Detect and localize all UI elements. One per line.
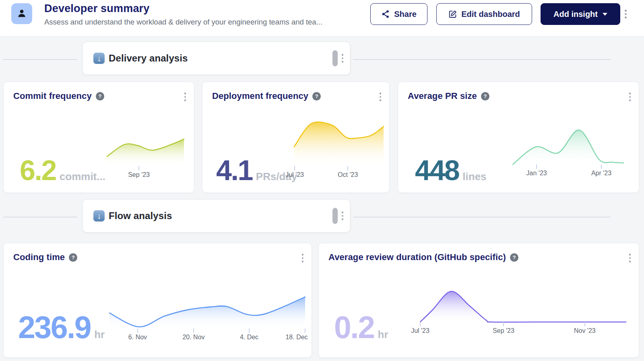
metric-value: 0.2 <box>334 312 374 343</box>
metric-card-average-pr-size: Average PR size ? 448 lines Jan '23Apr '… <box>398 82 639 193</box>
drag-handle[interactable] <box>332 208 338 224</box>
page-subtitle: Assess and understand the workload & del… <box>44 18 322 27</box>
section-divider-line <box>353 217 611 217</box>
axis-tick-label: Oct '23 <box>338 171 358 178</box>
axis-tick-label: 6. Nov <box>128 334 147 341</box>
axis-tick <box>305 328 305 333</box>
section-divider-line <box>3 217 77 217</box>
axis-tick <box>137 328 138 333</box>
section-title: Flow analysis <box>109 210 172 222</box>
axis-tick-label: Jul '23 <box>411 327 429 334</box>
metric-card-commit-frequency: Commit frequency ? 6.2 commit... Sep '23 <box>3 82 194 193</box>
axis-tick <box>294 166 295 170</box>
add-insight-button[interactable]: Add insight <box>541 3 620 25</box>
metric-value: 6.2 <box>20 156 56 185</box>
axis-tick <box>584 322 585 326</box>
help-icon[interactable]: ? <box>510 253 518 262</box>
metric-value: 4.1 <box>216 156 252 185</box>
axis-tick-label: Jul '23 <box>285 171 304 178</box>
metric-unit: commit... <box>60 170 105 183</box>
metric-card-deployment-frequency: Deployment frequency ? 4.1 PRs/day Jul '… <box>202 82 390 193</box>
share-icon <box>381 10 390 18</box>
card-title: Average review duration (GitHub specific… <box>328 252 506 263</box>
section-divider-line <box>3 59 77 60</box>
card-kebab-icon[interactable] <box>302 254 304 263</box>
axis-tick <box>249 328 250 333</box>
card-kebab-icon[interactable] <box>629 92 631 101</box>
metric-card-average-review-duration: Average review duration (GitHub specific… <box>318 243 639 358</box>
sparkline-chart: Jan '23Apr '23 <box>513 127 623 164</box>
metric-unit: hr <box>94 328 105 341</box>
app-header: Developer summary Assess and understand … <box>0 0 644 37</box>
axis-tick-label: Sep '23 <box>128 171 150 178</box>
help-icon[interactable]: ? <box>96 92 104 101</box>
axis-tick <box>420 322 421 326</box>
axis-tick-label: Jan '23 <box>526 170 547 177</box>
card-title: Average PR size <box>408 91 477 101</box>
sparkline-chart: 6. Nov20. Nov4. Dec18. Dec <box>109 296 305 328</box>
sparkline-chart: Sep '23 <box>107 135 184 166</box>
card-kebab-icon[interactable] <box>629 254 631 263</box>
drag-handle[interactable] <box>332 50 338 66</box>
arrow-down-emoji-icon: ↓ <box>93 210 105 222</box>
help-icon[interactable]: ? <box>312 92 321 101</box>
section-kebab-icon[interactable] <box>342 211 344 220</box>
axis-tick <box>601 164 602 169</box>
edit-dashboard-button-label: Edit dashboard <box>461 10 520 19</box>
add-insight-button-label: Add insight <box>553 10 598 19</box>
card-title: Deployment frequency <box>212 91 308 101</box>
section-title: Delivery analysis <box>109 53 188 64</box>
metric-value: 448 <box>415 156 459 185</box>
edit-dashboard-button[interactable]: Edit dashboard <box>436 3 532 25</box>
arrow-down-emoji-icon: ↓ <box>93 53 105 64</box>
axis-tick-label: 20. Nov <box>182 334 204 341</box>
metric-unit: hr <box>378 328 388 341</box>
section-header-flow-analysis: ↓ Flow analysis <box>83 199 350 232</box>
axis-tick <box>347 166 348 170</box>
caret-down-icon <box>603 13 607 16</box>
section-header-delivery-analysis: ↓ Delivery analysis <box>83 42 350 75</box>
axis-tick-label: 4. Dec <box>240 334 258 341</box>
card-title: Coding time <box>13 252 65 263</box>
axis-tick <box>536 164 537 169</box>
axis-tick-label: Nov '23 <box>574 327 596 334</box>
page-title: Developer summary <box>44 2 150 15</box>
metric-card-coding-time: Coding time ? 236.9 hr 6. Nov20. Nov4. D… <box>3 243 312 358</box>
help-icon[interactable]: ? <box>481 92 489 101</box>
header-overflow-menu-icon[interactable] <box>625 10 627 18</box>
section-divider-line <box>353 59 611 60</box>
metric-value: 236.9 <box>18 312 91 343</box>
axis-tick <box>138 166 139 170</box>
section-kebab-icon[interactable] <box>342 54 344 63</box>
person-icon <box>16 8 28 20</box>
card-kebab-icon[interactable] <box>184 92 186 101</box>
help-icon[interactable]: ? <box>69 253 77 262</box>
metric-unit: lines <box>462 170 486 183</box>
axis-tick-label: 18. Dec <box>285 334 308 341</box>
share-button-label: Share <box>394 10 417 19</box>
card-title: Commit frequency <box>13 91 92 101</box>
axis-tick-label: Sep '23 <box>493 327 514 334</box>
card-kebab-icon[interactable] <box>380 92 382 101</box>
axis-tick <box>193 328 194 333</box>
share-button[interactable]: Share <box>370 3 427 25</box>
edit-icon <box>448 10 457 18</box>
sparkline-chart: Jul '23Sep '23Nov '23 <box>420 291 626 322</box>
axis-tick <box>503 322 504 326</box>
axis-tick-label: Apr '23 <box>591 170 611 177</box>
dashboard-avatar <box>11 3 32 24</box>
sparkline-chart: Jul '23Oct '23 <box>294 121 384 166</box>
